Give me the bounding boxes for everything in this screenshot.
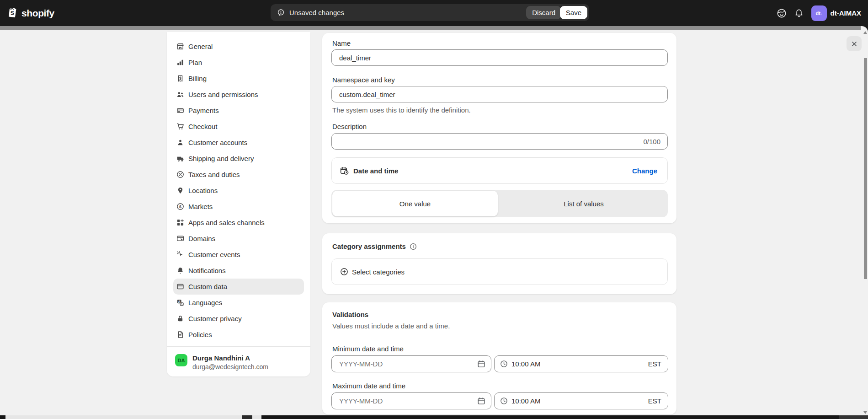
sidebar-item-locations[interactable]: Locations — [173, 183, 304, 199]
notification-bell-icon[interactable] — [794, 9, 804, 18]
sidebar-item-apps-and-sales-channels[interactable]: Apps and sales channels — [173, 215, 304, 231]
sidebar-item-payments[interactable]: Payments — [173, 102, 304, 118]
calendar-icon[interactable] — [477, 397, 485, 407]
content-type-row: Date and time Change — [331, 157, 668, 184]
category-title-row: Category assignments — [332, 242, 417, 250]
plan-icon — [176, 59, 184, 67]
value-mode-segmented-control: One value List of values — [331, 190, 668, 217]
document-icon — [176, 331, 184, 339]
payments-icon — [176, 107, 184, 115]
sidebar-item-languages[interactable]: A Languages — [173, 295, 304, 311]
shopify-settings-screen: S shopify Unsaved changes Discard Save — [0, 0, 868, 419]
change-type-link[interactable]: Change — [632, 167, 657, 175]
plus-circle-icon — [340, 268, 348, 276]
description-input[interactable] — [331, 133, 668, 150]
sidebar-item-general[interactable]: General — [173, 38, 304, 54]
settings-sidebar: General Plan Billing — [167, 32, 310, 376]
sidebar-item-checkout[interactable]: Checkout — [173, 118, 304, 134]
tab-list-of-values[interactable]: List of values — [500, 190, 668, 217]
sidebar-item-taxes-and-duties[interactable]: Taxes and duties — [173, 167, 304, 183]
validations-title: Validations — [332, 311, 368, 318]
markets-globe-icon: $ — [176, 203, 184, 211]
sidebar-item-notifications[interactable]: Notifications — [173, 263, 304, 279]
minimum-date-text-input[interactable] — [332, 356, 491, 372]
maximum-time-input[interactable]: 10:00 AM EST — [494, 392, 668, 409]
description-field-wrap: 0/100 — [331, 133, 668, 150]
scrollbar-down-arrow[interactable] — [863, 411, 867, 414]
store-icon — [176, 43, 184, 51]
close-settings-button[interactable] — [847, 36, 862, 51]
description-label: Description — [332, 123, 367, 130]
domains-browser-icon — [176, 235, 184, 243]
name-label: Name — [332, 39, 351, 47]
sidebar-item-customer-accounts[interactable]: Customer accounts — [173, 134, 304, 150]
window-bottom-edge-right-segment — [839, 415, 868, 419]
billing-icon — [176, 75, 184, 83]
sidebar-item-billing[interactable]: Billing — [173, 70, 304, 86]
validations-card: Validations Values must include a date a… — [322, 302, 676, 414]
window-bottom-edge-light-segment — [5, 415, 261, 419]
sidebar-item-customer-events[interactable]: Customer events — [173, 247, 304, 263]
date-time-icon — [340, 167, 349, 175]
select-categories-label: Select categories — [352, 268, 405, 276]
unsaved-changes-banner: Unsaved changes Discard Save — [271, 4, 589, 21]
clock-icon — [500, 360, 508, 368]
discard-button[interactable]: Discard — [526, 6, 561, 19]
description-char-counter: 0/100 — [643, 138, 660, 145]
select-categories-button[interactable]: Select categories — [331, 258, 668, 285]
svg-text:$: $ — [179, 204, 181, 209]
user-avatar: DA — [175, 354, 187, 366]
shopify-wordmark: shopify — [21, 8, 54, 19]
sidebar-item-shipping-and-delivery[interactable]: Shipping and delivery — [173, 150, 304, 167]
sidekick-assistant-icon[interactable] — [777, 8, 787, 18]
languages-icon: A — [176, 299, 184, 307]
sidebar-user-card: DA Durga Nandhini A durga@wedesigntech.c… — [167, 347, 310, 371]
maximum-date-input[interactable] — [331, 392, 491, 409]
tab-one-value[interactable]: One value — [332, 191, 498, 216]
shipping-truck-icon — [176, 155, 184, 163]
namespace-label: Namespace and key — [332, 76, 395, 84]
namespace-helper-text: The system uses this to identify the def… — [332, 106, 471, 114]
minimum-date-input[interactable] — [331, 355, 491, 372]
scrollbar-up-arrow[interactable] — [863, 31, 867, 34]
maximum-date-text-input[interactable] — [332, 393, 491, 409]
apps-blocks-icon — [176, 219, 184, 227]
namespace-input[interactable] — [331, 86, 668, 102]
account-menu[interactable]: dt- dt-AIMAX — [811, 5, 862, 21]
account-name: dt-AIMAX — [831, 9, 862, 17]
sidebar-item-customer-privacy[interactable]: Customer privacy — [173, 311, 304, 327]
svg-text:A: A — [178, 300, 180, 303]
calendar-icon[interactable] — [477, 360, 485, 370]
minimum-timezone: EST — [648, 360, 661, 368]
users-icon — [176, 91, 184, 99]
content-type-label: Date and time — [353, 167, 398, 175]
sidebar-item-policies[interactable]: Policies — [173, 327, 304, 343]
sidebar-item-domains[interactable]: Domains — [173, 231, 304, 247]
svg-text:S: S — [10, 10, 14, 16]
save-button[interactable]: Save — [560, 6, 587, 19]
user-name: Durga Nandhini A — [192, 354, 268, 362]
maximum-date-label: Maximum date and time — [332, 382, 405, 390]
clock-icon — [500, 397, 508, 405]
category-assignments-card: Category assignments Select categories — [322, 233, 676, 294]
info-icon[interactable] — [410, 243, 417, 250]
scrollbar-thumb[interactable] — [864, 58, 867, 279]
sidebar-item-markets[interactable]: $ Markets — [173, 199, 304, 215]
alert-bubble-icon — [277, 9, 285, 16]
sidebar-item-plan[interactable]: Plan — [173, 54, 304, 70]
unsaved-changes-text: Unsaved changes — [289, 9, 344, 16]
modal-sheet-top-edge — [0, 26, 861, 30]
account-avatar: dt- — [811, 5, 827, 21]
maximum-timezone: EST — [648, 397, 661, 405]
shopify-bag-icon: S — [7, 5, 19, 21]
sidebar-item-users-and-permissions[interactable]: Users and permissions — [173, 86, 304, 102]
definition-card: Name Namespace and key The system uses t… — [322, 33, 676, 223]
name-input[interactable] — [331, 49, 668, 66]
shopify-logo[interactable]: S shopify — [7, 0, 54, 26]
window-bottom-edge-dark-mark — [242, 415, 252, 419]
minimum-time-input[interactable]: 10:00 AM EST — [494, 355, 668, 372]
checkout-cart-icon — [176, 123, 184, 131]
category-assignments-title: Category assignments — [332, 242, 406, 250]
sidebar-item-custom-data[interactable]: Custom data — [173, 279, 304, 295]
topbar: S shopify Unsaved changes Discard Save — [0, 0, 868, 26]
